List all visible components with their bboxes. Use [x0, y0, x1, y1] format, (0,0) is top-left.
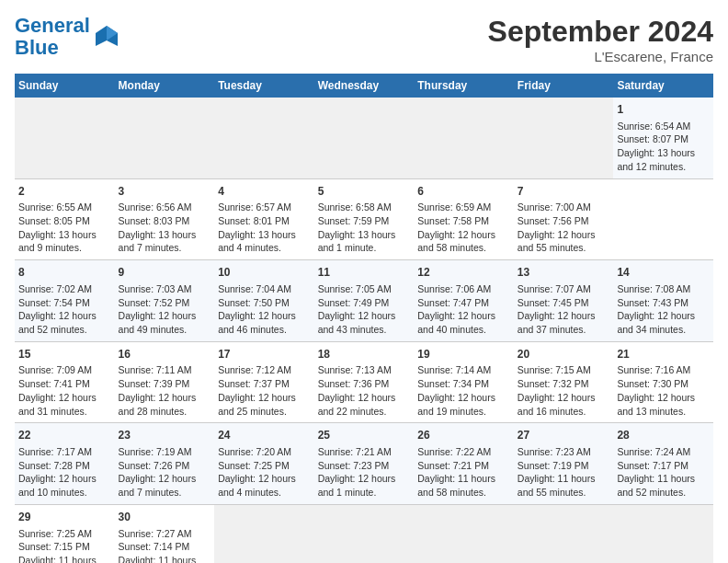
logo-text: General Blue: [15, 15, 90, 59]
day-cell-17: 17Sunrise: 7:12 AMSunset: 7:37 PMDayligh…: [214, 341, 314, 423]
day-cell-15: 15Sunrise: 7:09 AMSunset: 7:41 PMDayligh…: [15, 341, 115, 423]
day-cell-8: 8Sunrise: 7:02 AMSunset: 7:54 PMDaylight…: [15, 260, 115, 342]
day-cell-4: 4Sunrise: 6:57 AMSunset: 8:01 PMDaylight…: [214, 178, 314, 260]
day-cell-1: 1Sunrise: 6:54 AMSunset: 8:07 PMDaylight…: [613, 98, 713, 178]
day-cell-3: 3Sunrise: 6:56 AMSunset: 8:03 PMDaylight…: [115, 178, 215, 260]
header-cell-wednesday: Wednesday: [314, 74, 415, 98]
day-cell-21: 21Sunrise: 7:16 AMSunset: 7:30 PMDayligh…: [613, 341, 713, 423]
empty-cell: [514, 504, 614, 563]
day-cell-22: 22Sunrise: 7:17 AMSunset: 7:28 PMDayligh…: [15, 423, 115, 505]
empty-cell: [414, 504, 514, 563]
day-cell-16: 16Sunrise: 7:11 AMSunset: 7:39 PMDayligh…: [115, 341, 215, 423]
calendar-header-row: SundayMondayTuesdayWednesdayThursdayFrid…: [15, 74, 713, 98]
empty-cell: [514, 98, 614, 178]
location: L'Escarene, France: [488, 49, 713, 64]
header-cell-sunday: Sunday: [15, 74, 115, 98]
logo-icon: [94, 24, 119, 50]
week-row-3: 8Sunrise: 7:02 AMSunset: 7:54 PMDaylight…: [15, 260, 713, 342]
week-row-4: 15Sunrise: 7:09 AMSunset: 7:41 PMDayligh…: [15, 341, 713, 423]
day-cell-29: 29Sunrise: 7:25 AMSunset: 7:15 PMDayligh…: [15, 504, 115, 563]
header-cell-monday: Monday: [115, 74, 215, 98]
month-title: September 2024: [488, 15, 713, 49]
empty-cell: [214, 504, 314, 563]
calendar-table: SundayMondayTuesdayWednesdayThursdayFrid…: [15, 74, 713, 563]
day-cell-10: 10Sunrise: 7:04 AMSunset: 7:50 PMDayligh…: [214, 260, 314, 342]
week-row-5: 22Sunrise: 7:17 AMSunset: 7:28 PMDayligh…: [15, 423, 713, 505]
day-cell-2: 2Sunrise: 6:55 AMSunset: 8:05 PMDaylight…: [15, 178, 115, 260]
day-cell-25: 25Sunrise: 7:21 AMSunset: 7:23 PMDayligh…: [314, 423, 415, 505]
week-row-1: 1Sunrise: 6:54 AMSunset: 8:07 PMDaylight…: [15, 98, 713, 178]
empty-cell: [314, 504, 415, 563]
day-cell-23: 23Sunrise: 7:19 AMSunset: 7:26 PMDayligh…: [115, 423, 215, 505]
week-row-6: 29Sunrise: 7:25 AMSunset: 7:15 PMDayligh…: [15, 504, 713, 563]
day-cell-13: 13Sunrise: 7:07 AMSunset: 7:45 PMDayligh…: [514, 260, 614, 342]
day-cell-30: 30Sunrise: 7:27 AMSunset: 7:14 PMDayligh…: [115, 504, 215, 563]
header-cell-saturday: Saturday: [613, 74, 713, 98]
page-header: General Blue September 2024 L'Escarene, …: [15, 15, 713, 64]
header-cell-friday: Friday: [514, 74, 614, 98]
day-cell-28: 28Sunrise: 7:24 AMSunset: 7:17 PMDayligh…: [613, 423, 713, 505]
header-cell-tuesday: Tuesday: [214, 74, 314, 98]
day-cell-26: 26Sunrise: 7:22 AMSunset: 7:21 PMDayligh…: [414, 423, 514, 505]
empty-cell: [214, 98, 314, 178]
day-cell-9: 9Sunrise: 7:03 AMSunset: 7:52 PMDaylight…: [115, 260, 215, 342]
day-cell-14: 14Sunrise: 7:08 AMSunset: 7:43 PMDayligh…: [613, 260, 713, 342]
day-cell-27: 27Sunrise: 7:23 AMSunset: 7:19 PMDayligh…: [514, 423, 614, 505]
empty-cell: [314, 98, 415, 178]
empty-cell: [115, 98, 215, 178]
calendar-body: 1Sunrise: 6:54 AMSunset: 8:07 PMDaylight…: [15, 98, 713, 563]
empty-cell: [15, 98, 115, 178]
title-block: September 2024 L'Escarene, France: [488, 15, 713, 64]
day-cell-24: 24Sunrise: 7:20 AMSunset: 7:25 PMDayligh…: [214, 423, 314, 505]
day-cell-7: 7Sunrise: 7:00 AMSunset: 7:56 PMDaylight…: [514, 178, 614, 260]
day-cell-20: 20Sunrise: 7:15 AMSunset: 7:32 PMDayligh…: [514, 341, 614, 423]
day-cell-12: 12Sunrise: 7:06 AMSunset: 7:47 PMDayligh…: [414, 260, 514, 342]
header-cell-thursday: Thursday: [414, 74, 514, 98]
empty-cell: [613, 504, 713, 563]
week-row-2: 2Sunrise: 6:55 AMSunset: 8:05 PMDaylight…: [15, 178, 713, 260]
day-cell-6: 6Sunrise: 6:59 AMSunset: 7:58 PMDaylight…: [414, 178, 514, 260]
logo: General Blue: [15, 15, 119, 59]
day-cell-18: 18Sunrise: 7:13 AMSunset: 7:36 PMDayligh…: [314, 341, 415, 423]
empty-cell: [414, 98, 514, 178]
day-cell-11: 11Sunrise: 7:05 AMSunset: 7:49 PMDayligh…: [314, 260, 415, 342]
day-cell-19: 19Sunrise: 7:14 AMSunset: 7:34 PMDayligh…: [414, 341, 514, 423]
day-cell-5: 5Sunrise: 6:58 AMSunset: 7:59 PMDaylight…: [314, 178, 415, 260]
